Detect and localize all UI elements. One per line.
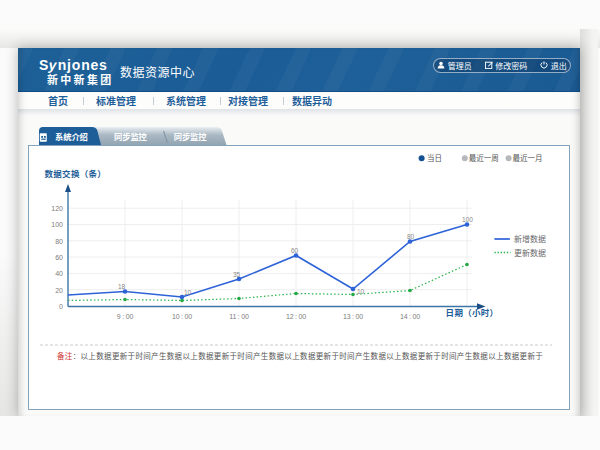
svg-text:80: 80 (55, 236, 63, 246)
svg-text:80: 80 (407, 231, 415, 241)
svg-text:20: 20 (55, 285, 63, 295)
svg-text:同步监控: 同步监控 (174, 130, 208, 142)
svg-text:同步监控: 同步监控 (114, 130, 148, 142)
svg-text:10: 10 (184, 287, 192, 297)
svg-text:100: 100 (51, 219, 63, 229)
svg-text:最近一周: 最近一周 (469, 152, 499, 163)
svg-text:10: 10 (357, 286, 365, 296)
svg-text:18: 18 (118, 281, 126, 291)
svg-text:0: 0 (59, 301, 63, 311)
svg-text:最近一月: 最近一月 (513, 152, 543, 163)
svg-text:9 : 00: 9 : 00 (117, 311, 134, 321)
svg-text:更新数据: 更新数据 (514, 247, 546, 258)
svg-text:11 : 00: 11 : 00 (229, 311, 249, 321)
svg-text:60: 60 (291, 245, 299, 255)
svg-text:100: 100 (462, 214, 473, 224)
svg-text:13 : 00: 13 : 00 (343, 311, 363, 321)
svg-text:日期（小时）: 日期（小时） (446, 306, 499, 318)
svg-text:10 : 00: 10 : 00 (172, 311, 192, 321)
svg-text:12 : 00: 12 : 00 (286, 311, 306, 321)
svg-text:数据交换（条）: 数据交换（条） (45, 167, 107, 179)
svg-text:40: 40 (55, 268, 63, 278)
svg-text:新增数据: 新增数据 (514, 233, 546, 244)
svg-text:备注：以上数据更新于时间产生数据以上数据更新于时间产生数据以: 备注：以上数据更新于时间产生数据以上数据更新于时间产生数据以上数据更新于时间产生… (57, 350, 543, 361)
svg-text:当日: 当日 (427, 152, 442, 163)
svg-text:系统介绍: 系统介绍 (55, 130, 88, 142)
svg-text:120: 120 (51, 203, 63, 213)
svg-text:60: 60 (55, 252, 63, 262)
svg-text:14 : 00: 14 : 00 (400, 311, 420, 321)
svg-text:35: 35 (233, 269, 241, 279)
